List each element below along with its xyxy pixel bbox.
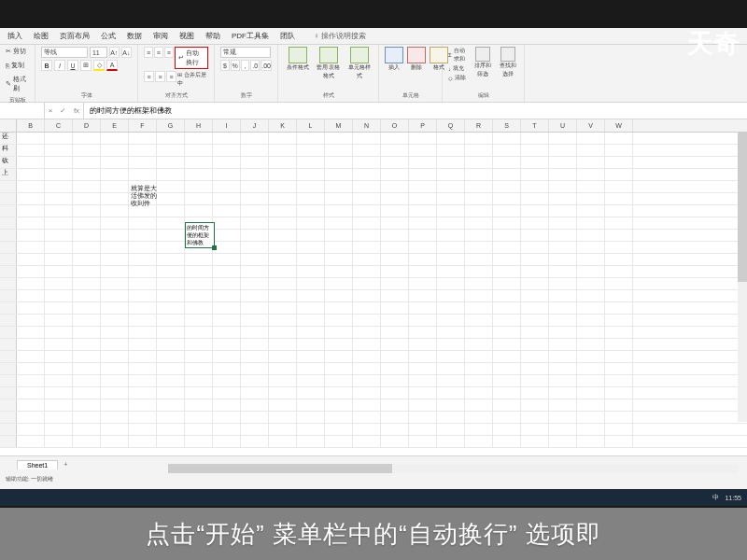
border-button[interactable]: ⊞ [80, 60, 92, 71]
tell-me-search[interactable]: ♀ 操作说明搜索 [314, 31, 377, 41]
tab-view[interactable]: 视图 [179, 31, 194, 41]
scrollbar-thumb[interactable] [738, 133, 747, 282]
col-header[interactable]: E [101, 119, 129, 132]
number-format-select[interactable]: 常规 [220, 47, 271, 58]
format-painter-button[interactable]: ✎ 格式刷 [6, 75, 29, 93]
tab-draw[interactable]: 绘图 [34, 31, 49, 41]
col-header[interactable]: T [521, 119, 549, 132]
col-header[interactable]: K [269, 119, 297, 132]
tab-pdf[interactable]: PDF工具集 [232, 31, 269, 41]
inc-decimal-icon[interactable]: .0 [250, 60, 260, 71]
scrollbar-vertical[interactable] [738, 133, 747, 422]
decrease-font-icon[interactable]: A↓ [121, 47, 132, 58]
fill-button[interactable]: ↓ 填充 [448, 64, 468, 73]
align-right-icon[interactable]: ≡ [166, 71, 176, 82]
scrollbar-horizontal[interactable] [168, 464, 738, 473]
bold-button[interactable]: B [41, 60, 52, 71]
add-sheet-button[interactable]: + [63, 461, 67, 468]
col-header[interactable]: I [213, 119, 241, 132]
col-header[interactable]: G [157, 119, 185, 132]
align-left-icon[interactable]: ≡ [144, 71, 154, 82]
col-header[interactable]: D [73, 119, 101, 132]
currency-icon[interactable]: $ [220, 60, 230, 71]
col-header[interactable]: M [325, 119, 353, 132]
font-size-select[interactable]: 11 [90, 47, 107, 58]
col-header[interactable]: W [605, 119, 633, 132]
align-top-icon[interactable]: ≡ [144, 47, 153, 58]
spreadsheet-grid[interactable]: B C D E F G H I J K L M N O P Q R S T U … [0, 119, 747, 455]
col-header[interactable]: R [465, 119, 493, 132]
tab-formulas[interactable]: 公式 [101, 31, 116, 41]
tab-review[interactable]: 审阅 [153, 31, 168, 41]
tab-team[interactable]: 团队 [280, 31, 295, 41]
alignment-group: ≡ ≡ ≡ ↵ 自动换行 ≡ ≡ ≡ ⊞ 合并后居中 对齐方式 [138, 45, 215, 102]
formula-input[interactable]: 的时间方便的框架和佛教 [84, 105, 747, 116]
wrap-text-button[interactable]: ↵ 自动换行 [175, 47, 208, 69]
select-all-corner[interactable] [0, 119, 17, 132]
watermark: 天奇 [687, 26, 740, 62]
active-cell[interactable]: 的时间方 便的框架 和佛教 [185, 222, 215, 248]
percent-icon[interactable]: % [231, 60, 240, 71]
cell-text: 砍 [2, 157, 8, 164]
col-header[interactable]: S [493, 119, 521, 132]
editing-label: 编辑 [448, 91, 518, 100]
col-header[interactable]: V [577, 119, 605, 132]
col-header[interactable]: U [549, 119, 577, 132]
clear-button[interactable]: ◇ 清除 [448, 74, 468, 82]
col-header[interactable]: J [241, 119, 269, 132]
sheet-tabs: Sheet1 + [0, 455, 747, 472]
cells-group: 插入 删除 格式 单元格 [379, 45, 443, 102]
tab-layout[interactable]: 页面布局 [60, 31, 90, 41]
col-header[interactable]: P [409, 119, 437, 132]
align-label: 对齐方式 [144, 91, 208, 100]
col-header[interactable]: O [381, 119, 409, 132]
font-name-select[interactable]: 等线 [41, 47, 88, 58]
conditional-format-button[interactable]: 条件格式 [284, 47, 311, 72]
underline-button[interactable]: U [67, 60, 78, 71]
col-header[interactable]: H [185, 119, 213, 132]
status-bar: 辅助功能: 一切就绪 [0, 472, 747, 485]
increase-font-icon[interactable]: A↑ [109, 47, 120, 58]
cut-button[interactable]: ✂ 剪切 [6, 47, 26, 56]
merge-center-button[interactable]: ⊞ 合并后居中 [177, 71, 208, 88]
autosum-button[interactable]: Σ 自动求和 [448, 47, 468, 63]
comma-icon[interactable]: , [241, 60, 250, 71]
copy-button[interactable]: ⎘ 复制 [6, 61, 24, 70]
tab-data[interactable]: 数据 [127, 31, 142, 41]
sheet-tab-1[interactable]: Sheet1 [17, 460, 58, 469]
col-header[interactable]: C [45, 119, 73, 132]
cancel-icon[interactable]: × [49, 106, 53, 115]
sort-filter-button[interactable]: 排序和筛选 [472, 47, 493, 83]
col-header[interactable]: B [17, 119, 45, 132]
italic-button[interactable]: I [54, 60, 65, 71]
tab-help[interactable]: 帮助 [205, 31, 220, 41]
fill-color-button[interactable]: ◇ [93, 60, 105, 71]
fx-icon[interactable]: fx [74, 106, 79, 115]
insert-cells-button[interactable]: 插入 [385, 47, 403, 72]
col-header[interactable]: F [129, 119, 157, 132]
col-header[interactable]: L [297, 119, 325, 132]
enter-icon[interactable]: ✓ [60, 106, 66, 115]
align-bot-icon[interactable]: ≡ [164, 47, 174, 58]
grid-rows[interactable] [0, 133, 747, 448]
tab-insert[interactable]: 插入 [7, 31, 22, 41]
ime-indicator[interactable]: 中 [712, 493, 719, 502]
delete-cells-button[interactable]: 删除 [407, 47, 426, 72]
align-center-icon[interactable]: ≡ [155, 71, 165, 82]
styles-label: 样式 [284, 91, 373, 100]
name-box[interactable] [0, 103, 45, 119]
col-header[interactable]: Q [437, 119, 465, 132]
ribbon-tabs: 插入 绘图 页面布局 公式 数据 审阅 视图 帮助 PDF工具集 团队 ♀ 操作… [0, 28, 747, 45]
scrollbar-thumb[interactable] [168, 464, 392, 473]
dec-decimal-icon[interactable]: .00 [261, 60, 272, 71]
styles-group: 条件格式 套用 表格格式 单元格样式 样式 [278, 45, 379, 102]
align-mid-icon[interactable]: ≡ [154, 47, 163, 58]
clipboard-group: ✂ 剪切 ⎘ 复制 ✎ 格式刷 剪贴板 [0, 45, 35, 102]
cell-styles-button[interactable]: 单元格样式 [345, 47, 373, 80]
clock[interactable]: 11:55 [725, 495, 741, 501]
table-format-button[interactable]: 套用 表格格式 [315, 47, 342, 80]
col-header[interactable]: N [353, 119, 381, 132]
column-headers: B C D E F G H I J K L M N O P Q R S T U … [0, 119, 747, 133]
font-color-button[interactable]: A [106, 60, 118, 71]
find-select-button[interactable]: 查找和选择 [497, 47, 518, 83]
